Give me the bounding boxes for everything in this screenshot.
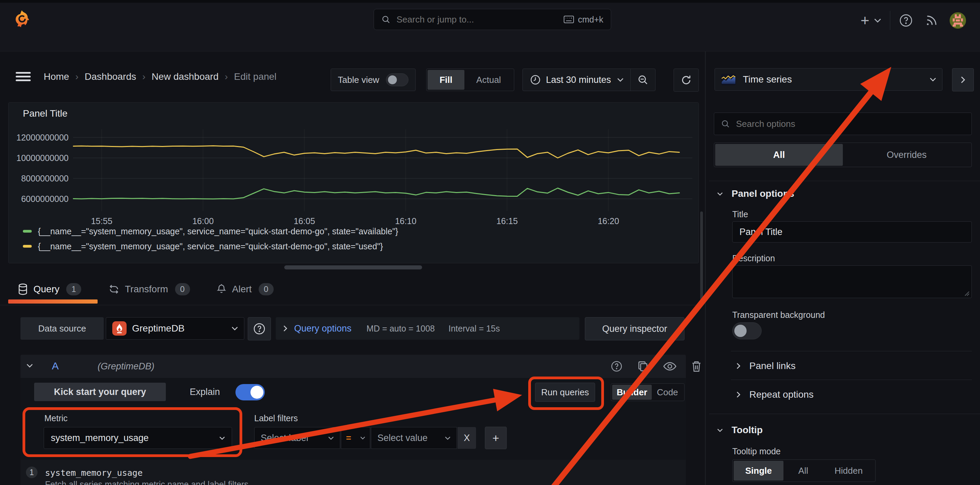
tab-transform[interactable]: Transform 0	[108, 281, 190, 297]
collapse-chevron-icon[interactable]	[27, 364, 33, 368]
svg-text:16:20: 16:20	[598, 216, 619, 226]
legend-label[interactable]: {__name__="system_memory_usage", service…	[38, 226, 398, 236]
help-icon[interactable]	[899, 14, 913, 27]
select-label-dropdown[interactable]: Select label	[254, 427, 340, 449]
tab-count-badge: 1	[66, 283, 81, 295]
tab-query[interactable]: Query 1	[18, 281, 81, 297]
fill-actual-group: Fill Actual	[426, 68, 514, 91]
eye-icon[interactable]	[663, 361, 676, 371]
chevron-down-icon	[717, 192, 723, 196]
menu-icon[interactable]	[16, 72, 31, 81]
chevron-down-icon	[617, 78, 624, 82]
grafana-logo-icon[interactable]	[14, 10, 30, 29]
fill-option[interactable]: Fill	[428, 70, 465, 90]
avatar[interactable]	[950, 12, 966, 29]
panel-options-header[interactable]: Panel options	[717, 188, 794, 200]
breadcrumb-item-home[interactable]: Home	[44, 71, 69, 82]
tab-overrides[interactable]: Overrides	[843, 144, 970, 166]
tooltip-all-option[interactable]: All	[783, 461, 823, 480]
zoom-out-icon[interactable]	[637, 74, 648, 85]
transparent-background-toggle[interactable]	[732, 322, 762, 339]
help-icon[interactable]	[611, 361, 622, 372]
tab-label: Alert	[232, 284, 252, 295]
time-series-chart[interactable]: 15:5516:0016:0516:1016:1516:206000000000…	[8, 103, 698, 263]
trash-icon[interactable]	[691, 361, 702, 372]
query-ref-id[interactable]: A	[52, 360, 59, 372]
chevron-down-icon	[717, 428, 723, 432]
datasource-help-button[interactable]	[248, 317, 271, 340]
refresh-button[interactable]	[674, 68, 699, 92]
tooltip-single-option[interactable]: Single	[733, 461, 783, 480]
chevron-right-icon	[737, 391, 740, 398]
chevron-right-icon	[737, 363, 740, 369]
chevron-down-icon[interactable]	[874, 18, 881, 23]
panel-links-section[interactable]: Panel links	[737, 360, 795, 372]
table-view-label: Table view	[338, 75, 379, 85]
pane-splitter[interactable]	[705, 51, 706, 485]
tooltip-title: Tooltip	[732, 425, 763, 436]
label-filters-row: Select label = Select value X +	[254, 427, 507, 449]
table-view-toggle[interactable]	[386, 73, 409, 86]
duplicate-icon[interactable]	[637, 361, 648, 372]
metric-select[interactable]: system_memory_usage	[44, 427, 232, 449]
help-icon	[253, 323, 266, 335]
breadcrumb-separator: ›	[75, 71, 78, 82]
clock-icon	[530, 75, 541, 85]
description-textarea[interactable]	[732, 266, 972, 298]
remove-filter-button[interactable]: X	[458, 427, 476, 449]
tab-label: Transform	[125, 284, 168, 295]
legend-row-used[interactable]: {__name__="system_memory_usage", service…	[23, 241, 383, 251]
select-label-placeholder: Select label	[261, 433, 328, 444]
add-filter-button[interactable]: +	[485, 427, 507, 449]
panel-title-input[interactable]	[732, 221, 972, 243]
breadcrumb-item-dashboards[interactable]: Dashboards	[84, 71, 136, 82]
query-inspector-button[interactable]: Query inspector	[585, 317, 684, 340]
legend-marker-green	[23, 230, 32, 232]
kick-start-button[interactable]: Kick start your query	[34, 383, 166, 401]
active-tab-underline	[8, 299, 98, 304]
builder-code-group: Builder Code	[611, 383, 684, 401]
database-icon	[18, 283, 28, 295]
tab-alert[interactable]: Alert 0	[216, 281, 274, 297]
bell-icon	[216, 284, 227, 295]
options-search-input[interactable]	[735, 118, 965, 130]
tooltip-hidden-option[interactable]: Hidden	[823, 461, 874, 480]
explain-section: 1 system_memory_usage Fetch all series m…	[21, 460, 686, 485]
viz-picker[interactable]: Time series	[714, 68, 942, 91]
operator-dropdown[interactable]: =	[341, 427, 370, 449]
options-search-box[interactable]	[714, 113, 972, 135]
select-value-dropdown[interactable]: Select value	[371, 427, 457, 449]
breadcrumb-separator: ›	[224, 71, 228, 82]
news-rss-icon[interactable]	[925, 14, 938, 27]
global-search-box[interactable]: cmd+k	[374, 9, 611, 30]
viz-expand-button[interactable]	[952, 68, 974, 91]
run-queries-button[interactable]: Run queries	[535, 383, 595, 402]
chevron-down-icon	[445, 436, 450, 440]
actual-option[interactable]: Actual	[465, 70, 513, 90]
breadcrumb-item-new-dashboard[interactable]: New dashboard	[151, 71, 218, 82]
query-row-header[interactable]: A (GreptimeDB)	[21, 355, 686, 378]
legend-row-available[interactable]: {__name__="system_memory_usage", service…	[23, 226, 398, 236]
pane-resize-handle[interactable]	[284, 266, 422, 269]
legend-label[interactable]: {__name__="system_memory_usage", service…	[38, 242, 383, 251]
add-icon[interactable]: +	[861, 13, 869, 28]
header-bar: cmd+k +	[0, 3, 980, 35]
explain-toggle[interactable]	[235, 384, 265, 401]
operator-value: =	[346, 433, 360, 444]
datasource-picker[interactable]: GreptimeDB	[106, 317, 244, 340]
query-options-collapsed[interactable]: Query options MD = auto = 1008 Interval …	[276, 317, 579, 340]
table-view-control: Table view	[331, 68, 415, 91]
viz-name: Time series	[743, 74, 930, 85]
explain-step-badge: 1	[26, 467, 38, 478]
greptimedb-icon	[112, 321, 127, 336]
builder-option[interactable]: Builder	[612, 385, 652, 400]
query-row-actions	[611, 359, 725, 373]
tab-all[interactable]: All	[715, 144, 843, 166]
time-picker-divider	[630, 69, 631, 91]
tooltip-header[interactable]: Tooltip	[717, 424, 763, 436]
query-options-link[interactable]: Query options	[294, 323, 352, 334]
repeat-options-section[interactable]: Repeat options	[737, 388, 813, 401]
search-input[interactable]	[396, 14, 564, 25]
time-picker[interactable]: Last 30 minutes	[522, 68, 655, 91]
code-option[interactable]: Code	[652, 385, 683, 400]
